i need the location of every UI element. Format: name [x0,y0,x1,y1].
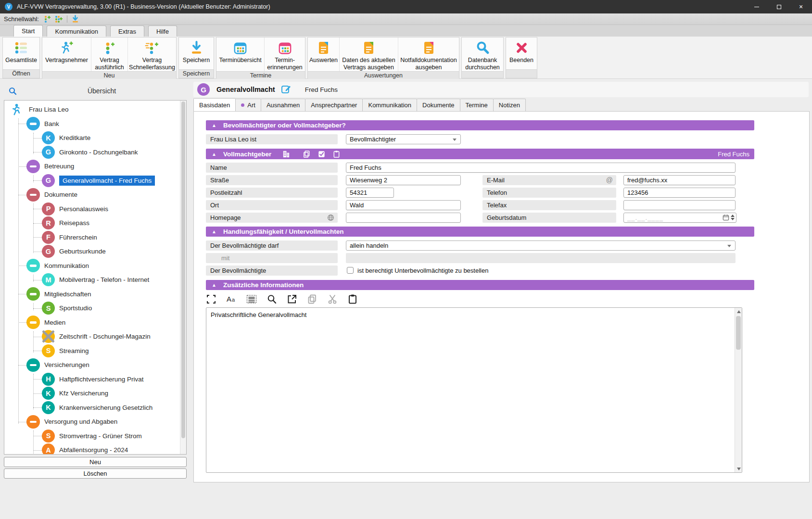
tree-scrollbar[interactable] [180,101,186,454]
calendar-icon[interactable] [723,214,729,221]
tree-item[interactable]: Zeitschrift - Dschungel-Magazin [4,329,179,344]
tree-item[interactable]: Betreuung [4,159,179,174]
close-button[interactable]: × [790,0,812,13]
ort-input[interactable]: Wald [346,200,461,210]
tree-item[interactable]: A Abfallentsorgung - 2024 [4,443,179,455]
section-vollmachtgeber[interactable]: ▲ Vollmachtgeber Fred Fuchs [206,149,754,159]
collapse-icon[interactable] [26,358,40,372]
quick-grid-icon[interactable] [55,15,63,23]
geburtsdatum-input[interactable]: __.__.____ [623,213,736,223]
edit-icon[interactable] [281,84,292,95]
search-icon[interactable] [9,87,17,95]
collapse-icon[interactable] [26,287,40,301]
maximize-button[interactable] [768,0,790,13]
notfalldokumentation-button[interactable]: Notfalldokumentation ausgeben [398,38,459,71]
collapse-icon[interactable] [26,316,40,329]
quick-save-icon[interactable] [71,15,79,23]
tree-item[interactable]: F Führerschein [4,230,179,245]
tab-ansprechpartner[interactable]: Ansprechpartner [305,99,363,111]
tree-item[interactable]: M Mobilvertrag - Telefon - Internet [4,273,179,287]
unterbevollmaechtigte-checkbox[interactable] [347,267,354,274]
vertrag-ausfuehrlich-button[interactable]: Vertrag ausführlich [91,38,128,71]
telefax-input[interactable] [623,200,736,210]
tree-item[interactable]: Medien [4,316,179,330]
homepage-input[interactable] [346,213,461,223]
tree-item-selected[interactable]: G Generalvollmacht - Fred Fuchs [4,174,179,188]
notes-scrollbar-thumb[interactable] [736,316,741,350]
datenbank-durchsuchen-button[interactable]: Datenbank durchsuchen [462,38,503,71]
gesamtliste-button[interactable]: Gesamtliste [3,38,39,69]
tree-item[interactable]: H Haftpflichtversicherung Privat [4,372,179,387]
tree-item[interactable]: G Geburtsurkunde [4,244,179,259]
neu-button[interactable]: Neu [4,457,187,467]
tree-item[interactable]: S Streaming [4,344,179,358]
date-spinner[interactable] [731,215,735,220]
tree-item[interactable]: Bank [4,117,179,131]
tree-item[interactable]: Dokumente [4,188,179,202]
tree-item[interactable]: P Personalausweis [4,202,179,216]
tree-item[interactable]: K Kfz Versicherung [4,386,179,401]
collapse-icon[interactable] [26,415,40,429]
tab-notizen[interactable]: Notizen [493,99,526,111]
tree-item[interactable]: S Stromvertrag - Grüner Strom [4,429,179,443]
tab-dokumente[interactable]: Dokumente [417,99,460,111]
darf-select[interactable]: allein handeln [346,241,736,251]
clipboard-icon[interactable] [332,150,341,158]
tab-art[interactable]: Art [235,99,261,111]
tab-ausnahmen[interactable]: Ausnahmen [261,99,305,111]
vertragsnehmer-button[interactable]: Vertragsnehmer [42,38,91,71]
tab-termine[interactable]: Termine [460,99,494,111]
tree-item[interactable]: Versorgung und Abgaben [4,415,179,429]
collapse-icon[interactable] [26,259,40,272]
scroll-down-icon[interactable] [735,465,742,472]
minimize-button[interactable] [746,0,768,13]
tab-hilfe[interactable]: Hilfe [148,25,177,37]
tree-item[interactable]: G Girokonto - Dschungelbank [4,145,179,160]
auswerten-button[interactable]: Auswerten [308,38,340,71]
tree-item[interactable]: Kommunikation [4,259,179,273]
strasse-input[interactable]: Wiesenweg 2 [346,175,461,185]
loeschen-button[interactable]: Löschen [4,468,187,479]
notes-scrollbar[interactable] [735,308,742,472]
quick-new-contract-icon[interactable] [44,15,52,23]
plz-input[interactable]: 54321 [346,188,394,198]
email-input[interactable]: fred@fuchs.xx [623,175,736,185]
notes-textarea[interactable]: Privatschriftliche Generalvollmacht [206,307,742,473]
open-external-icon[interactable] [287,294,297,304]
paste-icon[interactable] [347,294,358,304]
daten-ausgeben-button[interactable]: Daten des aktuellen Vertrags ausgeben [340,38,398,71]
tab-kommunikation[interactable]: Kommunikation [362,99,417,111]
tree-item[interactable]: R Reisepass [4,216,179,230]
terminuebersicht-button[interactable]: Terminübersicht [216,38,265,71]
collapse-triangle-icon[interactable]: ▲ [212,123,216,128]
tree-item[interactable]: Versicherungen [4,358,179,372]
section-bevollmaechtigter[interactable]: ▲ Bevollmächtigter oder Vollmachtgeber? [206,120,754,130]
terminerinnerungen-button[interactable]: Termin-erinnerungen [265,38,305,71]
copy-icon[interactable] [303,150,311,158]
checkbox-icon[interactable] [317,150,326,158]
section-zusaetzliche-informationen[interactable]: ▲ Zusätzliche Informationen [206,280,754,290]
collapse-triangle-icon[interactable]: ▲ [212,229,216,234]
rolle-select[interactable]: Bevollmächtigter [346,134,461,144]
vertrag-schnellerfassung-button[interactable]: Vertrag Schnellerfassung [128,38,176,71]
tree-item[interactable]: Mitgliedschaften [4,287,179,302]
tab-kommunikation[interactable]: Kommunikation [47,25,106,37]
search-text-icon[interactable] [266,294,277,304]
speichern-button[interactable]: Speichern [179,38,214,69]
tree-item[interactable]: K Kreditkarte [4,131,179,145]
telefon-input[interactable]: 123456 [623,188,736,198]
font-icon[interactable]: Aa [226,294,237,304]
tree-item[interactable]: S Sportstudio [4,301,179,316]
name-input[interactable]: Fred Fuchs [346,163,736,173]
building-icon[interactable] [282,150,290,158]
collapse-icon[interactable] [26,160,40,173]
collapse-icon[interactable] [26,188,40,202]
section-handlungsfaehigkeit[interactable]: ▲ Handlungsfähigkeit / Untervollmachten [206,227,754,237]
tab-basisdaten[interactable]: Basisdaten [193,98,236,111]
unterbevollmaechtigte-checkbox-label[interactable]: ist berechtigt Unterbevollmächtigte zu b… [357,266,488,276]
collapse-icon[interactable] [26,117,40,130]
tree-scrollbar-thumb[interactable] [181,101,185,438]
tree-item[interactable]: K Krankenversicherung Gesetzlich [4,401,179,415]
tab-start[interactable]: Start [13,25,43,37]
tab-extras[interactable]: Extras [110,25,144,37]
